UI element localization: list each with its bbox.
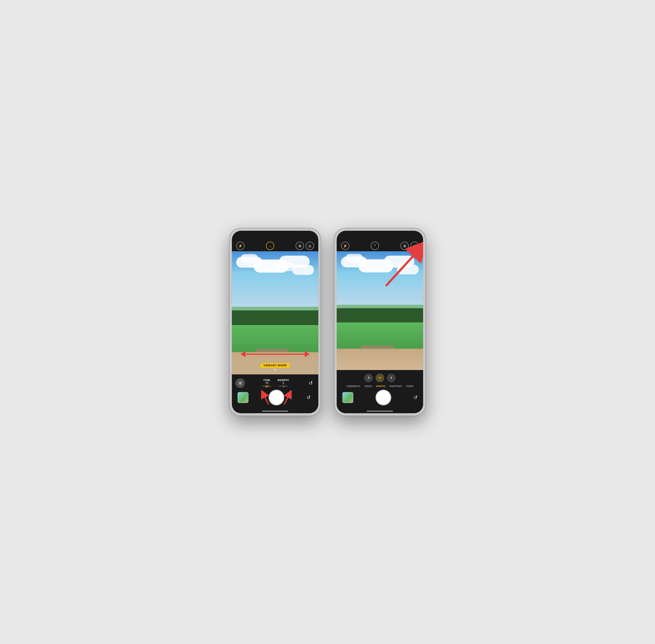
rotate-button-right[interactable]: ↺	[413, 395, 417, 400]
sky-right	[337, 251, 423, 305]
swipe-arrow-container	[232, 351, 318, 357]
flash-icon-right: ⚡	[343, 244, 347, 248]
chevron-up-icon: ^	[374, 244, 376, 248]
filter-layers-btn[interactable]: ⊞	[235, 378, 245, 388]
chevron-down-icon: ⌄	[269, 244, 272, 248]
rotate-button-left[interactable]: ↺	[304, 393, 313, 402]
tone-value: 76	[265, 382, 268, 385]
mode-photo[interactable]: PHOTO	[376, 385, 385, 388]
phone-left: ⚡ ⌄ ⊞ ◎	[229, 228, 321, 416]
warmth-label: WARMTH	[277, 379, 289, 382]
flash-button-right[interactable]: ⚡	[341, 242, 349, 250]
notch-left	[261, 231, 289, 237]
filter-badge: VIBRANT WARM	[261, 363, 290, 368]
gravel-right	[337, 349, 423, 370]
thumb-preview-right[interactable]	[342, 392, 353, 403]
params-row: ⊞ TONE 76	[235, 376, 315, 389]
reset-button-left[interactable]: ↺	[307, 379, 315, 387]
zoom-05-label: .5	[367, 376, 370, 380]
home-bar-right	[367, 411, 393, 412]
scene: ⚡ ⌄ ⊞ ◎	[229, 228, 426, 416]
warmth-group: WARMTH 5	[277, 379, 289, 388]
field	[232, 325, 318, 352]
shutter-button-left[interactable]	[269, 390, 284, 406]
warmth-value: 5	[282, 382, 284, 385]
mode-portrait[interactable]: PORTRAIT	[389, 385, 402, 388]
notch-right	[366, 231, 394, 237]
zoom-3x-btn[interactable]: 3	[387, 373, 396, 382]
sky	[232, 251, 318, 307]
home-indicator-right	[337, 409, 423, 413]
zoom-3x-label: 3	[391, 376, 392, 380]
bottom-actions-right: ↺	[340, 389, 420, 408]
zoom-1x-btn[interactable]: 1×	[376, 373, 384, 382]
shutter-container-left	[269, 390, 284, 406]
camera-controls-left: ⊞ TONE 76	[232, 374, 318, 409]
mode-selector: CINEMATIC VIDEO PHOTO PORTRAIT PANO	[340, 384, 420, 389]
zoom-1x-label: 1×	[378, 376, 381, 380]
viewfinder-left: VIBRANT WARM	[232, 251, 318, 374]
live-photo-icon-right: ◎	[413, 244, 416, 248]
zoom-controls: .5 1× 3	[340, 372, 420, 384]
top-controls-left: ⚡ ⌄ ⊞ ◎	[232, 240, 318, 251]
layers-button-right[interactable]: ⊞	[401, 242, 409, 250]
zoom-05-btn[interactable]: .5	[364, 373, 373, 382]
phone-right: ⚡ ^ ⊞ ◎	[334, 228, 426, 416]
chevron-down-button[interactable]: ⌄	[266, 242, 274, 250]
cloud-r5	[397, 264, 419, 274]
trees-top	[232, 310, 318, 321]
arrow-left-head	[241, 351, 245, 357]
svg-line-0	[263, 394, 269, 405]
live-photo-button-right[interactable]: ◎	[410, 242, 419, 250]
viewfinder-right	[337, 251, 423, 370]
flash-button-left[interactable]: ⚡	[236, 242, 245, 250]
bidir-arrow	[241, 351, 310, 357]
cloud-5	[292, 265, 314, 275]
thumb-preview-left[interactable]	[238, 392, 248, 403]
svg-line-1	[284, 394, 290, 405]
camera-controls-right: .5 1× 3 CINEMATIC VIDEO PHOTO PORTRAIT P…	[337, 370, 423, 409]
live-photo-button-left[interactable]: ◎	[306, 242, 314, 250]
tone-slider[interactable]	[263, 385, 271, 388]
right-annotation-arrow	[283, 390, 296, 407]
trees-top-right	[337, 308, 423, 318]
tone-label: TONE	[263, 379, 270, 382]
layers-button-left[interactable]: ⊞	[296, 242, 304, 250]
mode-cinematic[interactable]: CINEMATIC	[346, 385, 360, 388]
warmth-slider[interactable]	[279, 385, 287, 388]
mode-video[interactable]: VIDEO	[364, 385, 372, 388]
home-indicator-left	[232, 409, 318, 413]
chevron-up-button[interactable]: ^	[371, 242, 379, 250]
right-top-btns: ⊞ ◎	[401, 242, 419, 250]
field-right	[337, 322, 423, 349]
left-annotation-arrow	[256, 390, 270, 407]
flash-icon-left: ⚡	[238, 244, 243, 248]
layers-icon-right: ⊞	[403, 244, 406, 248]
bottom-actions-left: ↺	[235, 389, 315, 408]
top-controls-right: ⚡ ^ ⊞ ◎	[337, 240, 423, 251]
cloud-6	[275, 262, 295, 271]
live-photo-icon-left: ◎	[308, 244, 311, 248]
layers-icon-left: ⊞	[298, 244, 301, 248]
mode-pano[interactable]: PANO	[406, 385, 413, 388]
arrow-line	[245, 354, 305, 355]
filter-area: VIBRANT WARM	[232, 359, 318, 374]
filter-indicator-dot	[274, 369, 276, 370]
shutter-button-right[interactable]	[376, 390, 391, 406]
bottom-actions-container: ↺	[235, 389, 315, 408]
tone-group: TONE 76	[263, 379, 271, 388]
home-bar-left	[262, 411, 288, 412]
arrow-right-head	[305, 351, 310, 357]
params-group: TONE 76	[247, 379, 304, 388]
